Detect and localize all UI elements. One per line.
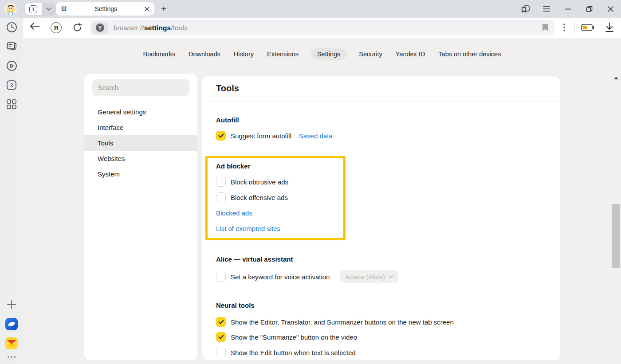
- suggest-form-autofill-checkbox[interactable]: [216, 131, 226, 141]
- downloads-button[interactable]: [605, 23, 614, 32]
- mail-app-button[interactable]: [0, 337, 23, 349]
- rail-more-button[interactable]: [0, 356, 23, 358]
- sidebar-item-websites[interactable]: Websites: [84, 151, 197, 166]
- tabs-panel-button[interactable]: 3: [0, 80, 23, 90]
- url-bar[interactable]: Y browser://settings/tools: [90, 20, 554, 35]
- new-tab-button[interactable]: +: [158, 4, 169, 14]
- toolbar-more-button[interactable]: [561, 23, 568, 32]
- active-tab[interactable]: ⚙ Settings: [56, 2, 154, 16]
- page-title: Tools: [216, 83, 239, 94]
- ellipsis-icon: [7, 356, 16, 358]
- chevron-down-icon: [389, 275, 393, 278]
- reload-button[interactable]: [72, 22, 83, 33]
- nav-bookmarks[interactable]: Bookmarks: [142, 48, 177, 60]
- battery-saver-button[interactable]: [581, 24, 594, 31]
- nav-settings[interactable]: Settings: [311, 48, 346, 60]
- back-arrow-icon: [30, 23, 39, 30]
- close-icon: [608, 6, 613, 12]
- tab-group-control[interactable]: 1: [25, 3, 55, 15]
- add-panel-button[interactable]: [0, 300, 23, 309]
- svg-text:3: 3: [10, 82, 13, 89]
- url-highlight: settings: [144, 24, 171, 31]
- neural-row-3: Show the Edit button when text is select…: [216, 348, 356, 357]
- tab-title: Settings: [67, 5, 145, 12]
- yandex-home-button[interactable]: Я: [51, 22, 62, 33]
- search-input[interactable]: [92, 84, 189, 91]
- keyword-dropdown[interactable]: Алиса (Alice): [340, 270, 398, 283]
- url-text[interactable]: browser://settings/tools: [114, 24, 188, 32]
- nav-history[interactable]: History: [233, 48, 255, 60]
- alice-avatar-icon: [4, 3, 17, 15]
- show-summarize-button-checkbox[interactable]: [216, 332, 226, 342]
- voice-activation-checkbox[interactable]: [216, 272, 226, 282]
- profile-avatar[interactable]: [4, 3, 17, 15]
- nav-downloads[interactable]: Downloads: [188, 48, 221, 60]
- tab-count-button[interactable]: 1: [25, 3, 42, 15]
- sidebar-item-system[interactable]: System: [84, 166, 197, 182]
- side-rail: 3: [0, 18, 23, 364]
- alice-keyword-row: Set a keyword for voice activation Алиса…: [216, 270, 398, 283]
- block-obtrusive-ads-checkbox[interactable]: [216, 177, 226, 187]
- menu-button[interactable]: [536, 0, 557, 18]
- checkmark-icon: [218, 320, 224, 324]
- blocked-ads-link[interactable]: Blocked ads: [216, 209, 252, 217]
- sidebar-item-tools[interactable]: Tools: [84, 135, 197, 151]
- neural-tools-heading: Neural tools: [216, 301, 255, 309]
- toolbar-divider: [574, 22, 575, 34]
- protect-shield-icon: Y: [96, 23, 104, 32]
- show-editor-buttons-label: Show the Editor, Translator, and Summari…: [231, 318, 454, 326]
- window-controls: [515, 0, 621, 18]
- video-button[interactable]: [0, 60, 23, 71]
- voice-activation-label: Set a keyword for voice activation: [231, 273, 330, 281]
- sidebar-item-general-settings[interactable]: General settings: [84, 104, 197, 120]
- protect-badge[interactable]: Y: [92, 22, 108, 34]
- feed-button[interactable]: [0, 41, 23, 52]
- history-button[interactable]: [0, 22, 23, 33]
- search-box[interactable]: [92, 79, 189, 96]
- yandex-logo-icon: Я: [51, 22, 62, 33]
- title-divider: [202, 102, 560, 102]
- suggest-form-autofill-label: Suggest form autofill: [231, 132, 291, 140]
- block-obtrusive-ads-label: Block obtrusive ads: [231, 178, 288, 186]
- disk-app-button[interactable]: [0, 318, 23, 330]
- nav-extensions[interactable]: Extensions: [266, 48, 299, 60]
- settings-gear-icon: ⚙: [61, 5, 67, 12]
- block-offensive-ads-row: Block offensive ads: [216, 192, 288, 202]
- minimize-button[interactable]: [557, 0, 578, 18]
- back-button[interactable]: [30, 23, 39, 30]
- show-edit-button-checkbox[interactable]: [216, 348, 226, 357]
- browser-toolbar: Я Y browser://settings/tools: [23, 18, 621, 38]
- show-editor-buttons-checkbox[interactable]: [216, 317, 226, 327]
- checkmark-icon: [218, 335, 224, 339]
- scrollbar-thumb[interactable]: [612, 204, 620, 268]
- saved-data-link[interactable]: Saved data: [299, 132, 333, 140]
- checkmark-icon: [218, 133, 224, 138]
- url-prefix: browser://: [114, 24, 144, 31]
- scroll-up-arrow[interactable]: [614, 77, 618, 79]
- nav-security[interactable]: Security: [358, 48, 383, 60]
- close-window-button[interactable]: [600, 0, 621, 18]
- page-scrollbar[interactable]: [610, 75, 621, 364]
- show-edit-button-label: Show the Edit button when text is select…: [231, 349, 356, 356]
- play-circle-icon: [6, 60, 17, 71]
- services-button[interactable]: [0, 99, 23, 109]
- panels-button[interactable]: [515, 0, 536, 18]
- exempted-sites-link[interactable]: List of exempted sites: [216, 225, 280, 232]
- tab-close-icon[interactable]: [145, 7, 149, 12]
- yandex-disk-icon: [5, 318, 18, 330]
- grid-icon: [7, 99, 16, 109]
- ad-blocker-heading: Ad blocker: [216, 162, 251, 170]
- block-offensive-ads-label: Block offensive ads: [231, 194, 288, 201]
- reload-icon: [72, 22, 83, 33]
- plus-icon: [7, 300, 16, 309]
- bookmark-page-button[interactable]: [542, 23, 548, 31]
- maximize-button[interactable]: [578, 0, 600, 18]
- block-offensive-ads-checkbox[interactable]: [216, 192, 226, 202]
- bookmark-flag-icon: [542, 23, 548, 31]
- neural-row-2: Show the "Summarize" button on the video: [216, 332, 357, 342]
- sidebar-item-interface[interactable]: Interface: [84, 120, 197, 135]
- neural-row-1: Show the Editor, Translator, and Summari…: [216, 317, 454, 327]
- nav-yandex-id[interactable]: Yandex ID: [395, 48, 426, 60]
- tab-list-dropdown[interactable]: [42, 3, 55, 15]
- nav-tabs-other-devices[interactable]: Tabs on other devices: [437, 48, 502, 60]
